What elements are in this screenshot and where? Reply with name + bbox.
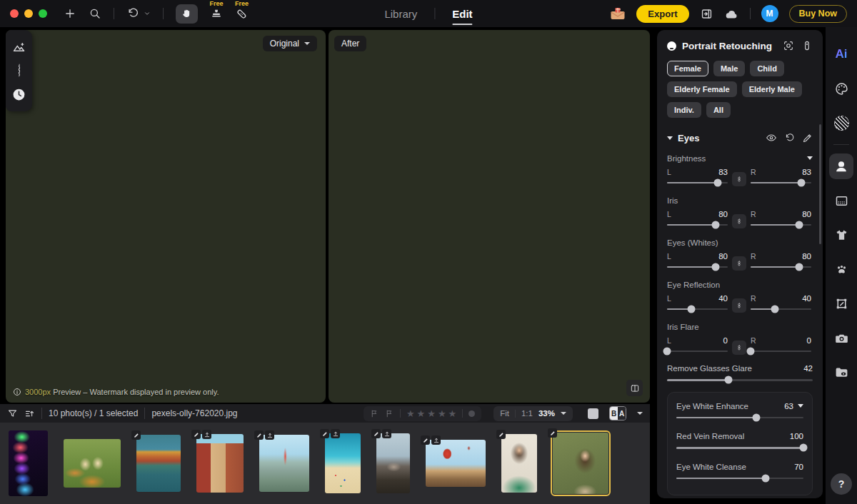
slider-track[interactable] xyxy=(751,351,811,353)
face-detect-icon[interactable] xyxy=(783,40,794,51)
thumbnail-image[interactable] xyxy=(325,433,361,493)
slider-handle[interactable] xyxy=(761,474,769,482)
pet-tool[interactable] xyxy=(826,252,857,286)
retouch-type-chip[interactable]: Male xyxy=(713,61,745,76)
zoom-window-icon[interactable] xyxy=(39,9,47,18)
filmstrip-thumbnail[interactable] xyxy=(9,430,48,496)
mask-tool-button[interactable] xyxy=(19,64,20,77)
collapse-triangle-icon[interactable] xyxy=(807,156,813,160)
thumbnail-image[interactable] xyxy=(501,434,537,493)
close-window-icon[interactable] xyxy=(10,9,19,18)
slider-handle[interactable] xyxy=(800,444,808,452)
zoom-fit-button[interactable]: Fit xyxy=(500,409,509,418)
heal-tool-button[interactable]: Free xyxy=(235,0,249,27)
slider-track[interactable] xyxy=(667,379,813,381)
link-eyes-button[interactable] xyxy=(732,341,746,355)
chevron-down-icon[interactable] xyxy=(144,10,151,17)
search-button[interactable] xyxy=(89,0,101,27)
slider-handle[interactable] xyxy=(712,221,720,229)
erase-tool-button[interactable]: Free xyxy=(210,0,223,27)
background-color-button[interactable] xyxy=(588,408,598,419)
zoom-level[interactable]: 33% xyxy=(538,409,555,418)
retouch-type-chip[interactable]: All xyxy=(706,102,731,118)
buy-now-button[interactable]: Buy Now xyxy=(789,5,847,23)
chevron-down-icon[interactable] xyxy=(561,412,566,415)
filmstrip-thumbnail[interactable] xyxy=(136,435,181,492)
zoom-100-button[interactable]: 1:1 xyxy=(521,409,533,418)
star-icon[interactable]: ★ xyxy=(438,408,446,419)
slider-track[interactable] xyxy=(676,417,803,419)
color-label-icon[interactable] xyxy=(468,410,475,417)
tab-library[interactable]: Library xyxy=(381,8,420,20)
slider-handle[interactable] xyxy=(663,348,671,356)
slider-handle[interactable] xyxy=(712,263,720,271)
edit-mask-pencil-icon[interactable] xyxy=(802,133,813,143)
chevron-down-icon[interactable] xyxy=(637,412,643,415)
catalog-folder-tool[interactable] xyxy=(826,355,857,389)
portrait-tool-selected[interactable] xyxy=(826,149,857,183)
filmstrip-thumbnail[interactable] xyxy=(196,434,244,493)
ai-enhance-tool[interactable]: Ai xyxy=(826,37,857,71)
slider-track[interactable] xyxy=(667,308,728,311)
filmstrip-thumbnail[interactable] xyxy=(64,439,121,488)
hand-tool-button[interactable] xyxy=(176,4,198,24)
color-tool[interactable] xyxy=(826,71,857,106)
after-image-pane[interactable]: After xyxy=(329,30,650,403)
account-avatar[interactable]: M xyxy=(761,5,778,22)
star-icon[interactable]: ★ xyxy=(406,408,415,419)
thumbnail-image[interactable] xyxy=(376,433,410,493)
slider-handle[interactable] xyxy=(688,306,696,313)
thumbnail-image[interactable] xyxy=(196,434,244,493)
slider-track[interactable] xyxy=(667,351,728,353)
slider-handle[interactable] xyxy=(796,221,803,229)
minimize-window-icon[interactable] xyxy=(24,9,33,18)
sort-icon[interactable] xyxy=(24,408,35,419)
help-button[interactable]: ? xyxy=(831,473,852,495)
slider-track[interactable] xyxy=(667,266,728,268)
retouch-type-chip[interactable]: Child xyxy=(750,61,784,76)
thumbnail-image[interactable] xyxy=(426,440,486,487)
thumbnail-image[interactable] xyxy=(64,439,121,488)
filmstrip-thumbnail[interactable] xyxy=(553,433,608,494)
filter-icon[interactable] xyxy=(7,408,18,419)
structure-mask-tool[interactable] xyxy=(826,106,857,140)
link-eyes-button[interactable] xyxy=(732,256,746,271)
link-eyes-button[interactable] xyxy=(732,298,746,313)
slider-track[interactable] xyxy=(751,266,811,268)
retouch-type-chip[interactable]: Elderly Male xyxy=(742,81,802,97)
thumbnail-image[interactable] xyxy=(9,430,48,496)
slider-handle[interactable] xyxy=(713,179,721,187)
panel-scrollbar[interactable] xyxy=(819,124,821,244)
retouch-type-chip[interactable]: Female xyxy=(667,61,708,76)
cloud-sync-icon[interactable] xyxy=(724,8,739,19)
star-icon[interactable]: ★ xyxy=(417,408,426,419)
slider-handle[interactable] xyxy=(797,179,805,187)
eyes-section-header[interactable]: Eyes xyxy=(667,131,813,144)
slider-track[interactable] xyxy=(751,224,811,226)
filmstrip-thumbnail[interactable] xyxy=(426,440,486,487)
slider-handle[interactable] xyxy=(747,348,755,356)
slider-handle[interactable] xyxy=(771,306,779,313)
crop-transform-tool[interactable] xyxy=(826,286,857,321)
compare-source-dropdown[interactable]: Original xyxy=(263,36,317,51)
collapse-triangle-icon[interactable] xyxy=(798,404,803,408)
before-after-toggle[interactable]: B A xyxy=(609,406,626,420)
slider-track[interactable] xyxy=(676,478,803,480)
star-rating[interactable]: ★★★★★ xyxy=(406,408,456,419)
slider-handle[interactable] xyxy=(724,376,732,384)
slider-handle[interactable] xyxy=(796,263,803,271)
star-icon[interactable]: ★ xyxy=(448,408,457,419)
add-photos-button[interactable] xyxy=(64,0,76,27)
texture-tool[interactable] xyxy=(826,183,857,218)
slider-track[interactable] xyxy=(751,182,811,184)
reject-flag-icon[interactable] xyxy=(385,409,394,418)
slider-track[interactable] xyxy=(667,224,728,226)
promo-gift-icon[interactable] xyxy=(610,7,626,20)
ai-image-tool-button[interactable] xyxy=(11,40,26,55)
undo-button[interactable] xyxy=(126,0,151,27)
adjust-pin-icon[interactable] xyxy=(801,40,813,51)
original-image-pane[interactable]: Original 3000px Preview – Watermark disp… xyxy=(6,30,326,403)
link-eyes-button[interactable] xyxy=(732,172,746,186)
export-panel-icon[interactable] xyxy=(700,7,713,21)
slider-track[interactable] xyxy=(751,308,811,311)
